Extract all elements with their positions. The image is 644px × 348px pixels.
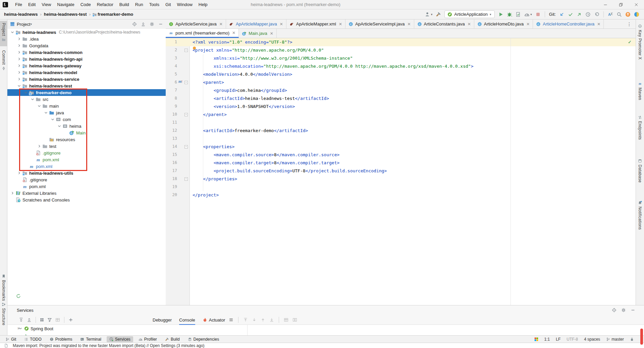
translate-button[interactable]: A [608,12,613,17]
status-4-spaces[interactable]: 4 spaces [584,337,600,342]
tree-item-heima[interactable]: heima [7,123,166,129]
tree-item-heima-leadnews-gateway[interactable]: heima-leadnews-gateway [7,62,166,69]
tree-item-external-libraries[interactable]: External Libraries [7,190,166,196]
chevron-right-icon[interactable] [16,37,22,41]
chevron-right-icon[interactable] [16,64,22,68]
locate-icon[interactable] [612,308,616,312]
close-tab-icon[interactable]: ✕ [270,31,273,36]
close-tab-icon[interactable]: ✕ [597,22,600,26]
tree-item-heima-leadnews-utils[interactable]: heima-leadnews-utils [7,170,166,176]
chevron-down-icon[interactable] [50,117,56,121]
stripe-tab-commit[interactable]: Commit [0,48,7,72]
chevron-right-icon[interactable] [9,191,15,195]
editor-tab-main-java[interactable]: CMain.java✕ [239,29,277,38]
tree-item-src[interactable]: src [7,96,166,103]
tree-item-resources[interactable]: resources [7,136,166,143]
editor-tab-pom-xml-freemarker-demo-[interactable]: mpom.xml (freemarker-demo)✕ [166,29,239,38]
tree-item-pom-xml[interactable]: mpom.xml [7,156,166,163]
collapse-all-icon[interactable] [27,317,32,322]
menu-window[interactable]: Window [174,0,196,9]
chevron-right-icon[interactable] [16,77,22,81]
fold-marker[interactable]: − [184,49,188,52]
menu-git[interactable]: Git [162,0,174,9]
menu-build[interactable]: Build [116,0,132,9]
gear-icon[interactable] [150,22,154,26]
close-tab-icon[interactable]: ✕ [232,31,235,35]
status-button-problems[interactable]: Problems [47,336,75,342]
services-divider[interactable] [247,325,248,335]
editor-tab-aparticleservice-java[interactable]: IApArticleService.java✕ [166,19,226,28]
close-tab-icon[interactable]: ✕ [468,22,471,26]
services-item-running[interactable] [7,332,644,335]
tree-item-freemarker-demo[interactable]: freemarker-demo [7,89,166,96]
status-mslogo[interactable] [534,337,538,341]
inspection-ok-icon[interactable]: ✓ [628,40,632,45]
gear-icon[interactable] [621,308,626,312]
collapse-all-icon[interactable] [141,22,146,26]
menu-edit[interactable]: Edit [25,0,39,9]
stripe-tab-bookmarks[interactable]: Bookmarks [0,272,7,298]
menu-code[interactable]: Code [77,0,94,9]
editor-tab-articleconstants-java[interactable]: CArticleConstants.java✕ [414,19,474,28]
breadcrumb-item[interactable]: heima-leadnews [3,12,38,17]
close-tab-icon[interactable]: ✕ [339,22,342,26]
arrow-up-icon[interactable] [261,317,265,322]
status-button-git[interactable]: Git [3,336,19,342]
profiler-button[interactable]: ▾ [524,12,532,17]
build-project-button[interactable] [436,12,441,17]
breadcrumb-item[interactable]: heima-leadnews-test [43,12,88,17]
search-everywhere-button[interactable] [616,12,622,17]
git-history-button[interactable] [585,12,591,17]
chevron-down-icon[interactable] [16,84,22,88]
stripe-tab-notifications[interactable]: Notifications [636,199,644,244]
stripe-tab-endpoints[interactable]: Endpoints [636,113,644,150]
chevron-down-icon[interactable] [23,91,29,95]
tree-item--gitignore[interactable]: .gitignore [7,150,166,156]
status-1-1[interactable]: 1:1 [544,337,550,342]
down-to-line-icon[interactable] [269,317,274,322]
more-chevron[interactable]: » [17,326,20,331]
reader-mode-button[interactable]: ▾ [425,12,433,17]
stripe-tab-key-promoter-x[interactable]: Key Promoter X [636,22,644,72]
tree-item-heima-leadnews-model[interactable]: heima-leadnews-model [7,69,166,76]
close-tab-icon[interactable]: ✕ [526,22,530,26]
tree-item-pom-xml[interactable]: mpom.xml [7,163,166,170]
status-utf-8[interactable]: UTF-8 [567,337,578,342]
expand-all-icon[interactable] [19,317,23,322]
tree-item-test[interactable]: test [7,143,166,150]
stripe-tab-structure[interactable]: Structure [0,300,7,327]
editor-tab-articlehomedto-java[interactable]: CArticleHomeDto.java✕ [474,19,533,28]
debug-button[interactable] [507,12,512,17]
git-update-button[interactable] [559,12,565,17]
status-button-build[interactable]: Build [162,336,182,342]
chevron-down-icon[interactable] [30,97,36,101]
stripe-tab-maven[interactable]: mMaven [636,80,644,107]
stripe-tab-project[interactable]: Project [0,21,7,46]
menu-icon[interactable] [229,317,233,322]
refresh-icon[interactable] [16,294,21,298]
stripe-tab-database[interactable]: Database [636,157,644,192]
tree-item-com[interactable]: com [7,116,166,123]
git-rollback-button[interactable] [594,12,599,17]
console-tab-console[interactable]: Console [179,315,195,325]
menu-refactor[interactable]: Refactor [94,0,116,9]
tree-item-heima-leadnews-service[interactable]: heima-leadnews-service [7,76,166,82]
tree-item-heima-leadnews-test[interactable]: heima-leadnews-test [7,82,166,89]
run-button[interactable] [498,12,503,17]
fold-marker[interactable]: − [184,177,188,181]
git-commit-button[interactable] [568,12,573,17]
chevron-down-icon[interactable] [43,111,49,115]
add-icon[interactable] [68,317,73,322]
maven-import-notification[interactable]: Maven import: Project was migrated to th… [0,343,644,348]
status-button-profiler[interactable]: Profiler [136,336,160,342]
tree-item-scratches-and-consoles[interactable]: Scratches and Consoles [7,196,166,203]
fold-marker[interactable]: − [184,81,188,84]
chevron-right-icon[interactable] [16,57,22,61]
close-tab-icon[interactable]: ✕ [407,22,411,26]
fold-marker[interactable]: − [184,145,188,149]
locate-icon[interactable] [132,22,137,26]
hide-icon[interactable] [158,22,163,26]
tree-item-heima-leadnews[interactable]: heima-leadnewsC:\Users\Jason\IdeaProject… [7,29,166,36]
window-minimize-button[interactable] [598,0,613,9]
chevron-down-icon[interactable] [9,30,15,34]
